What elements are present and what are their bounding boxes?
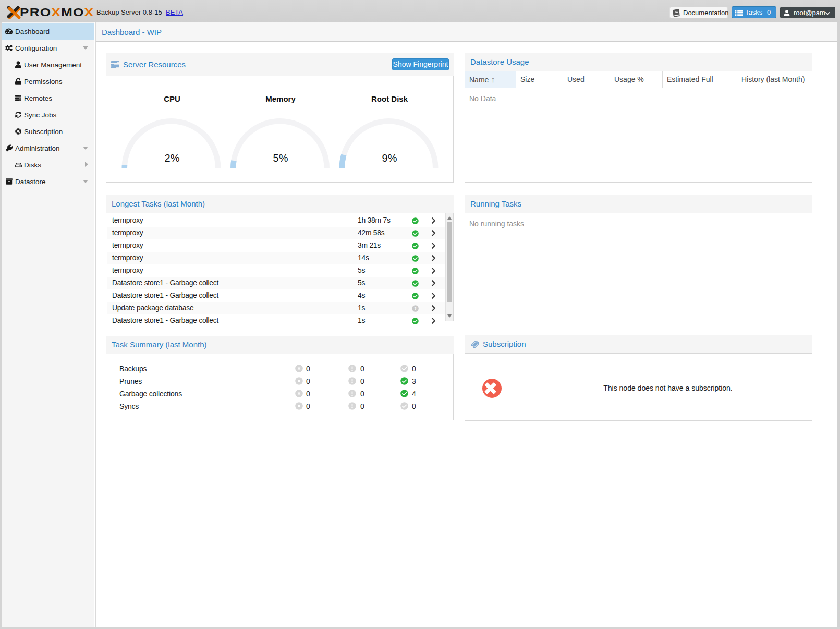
svg-text:?: ? — [414, 306, 417, 311]
